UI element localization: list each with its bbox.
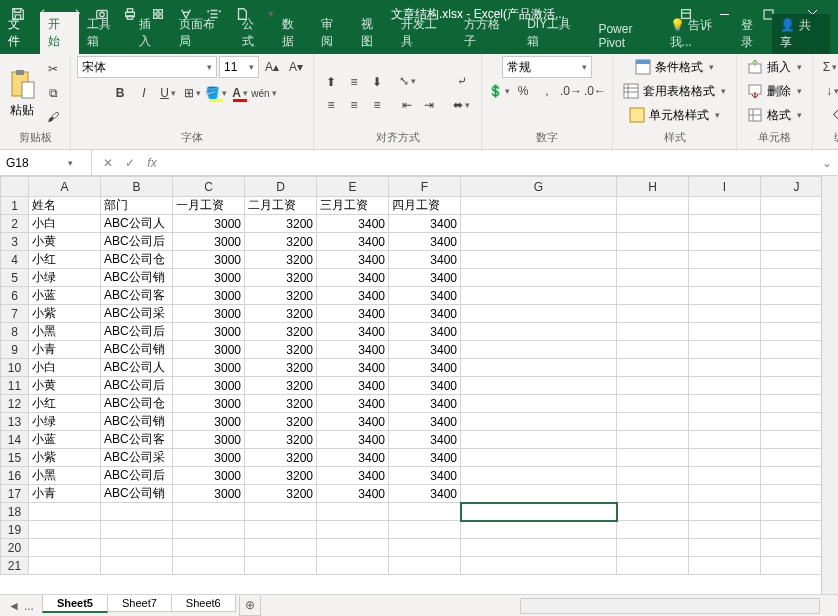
cell-E18[interactable] xyxy=(317,503,389,521)
row-header-18[interactable]: 18 xyxy=(1,503,29,521)
cell-A2[interactable]: 小白 xyxy=(29,215,101,233)
row-header-21[interactable]: 21 xyxy=(1,557,29,575)
column-header-D[interactable]: D xyxy=(245,177,317,197)
cell-G6[interactable] xyxy=(461,287,617,305)
cell-H20[interactable] xyxy=(617,539,689,557)
cell-E20[interactable] xyxy=(317,539,389,557)
cell-G14[interactable] xyxy=(461,431,617,449)
cell-E12[interactable]: 3400 xyxy=(317,395,389,413)
align-left-button[interactable]: ≡ xyxy=(320,94,342,116)
cell-I8[interactable] xyxy=(689,323,761,341)
cell-H4[interactable] xyxy=(617,251,689,269)
cell-F9[interactable]: 3400 xyxy=(389,341,461,359)
cell-C19[interactable] xyxy=(173,521,245,539)
align-right-button[interactable]: ≡ xyxy=(366,94,388,116)
sheet-nav-more[interactable]: ... xyxy=(24,599,34,613)
cell-G17[interactable] xyxy=(461,485,617,503)
cell-C9[interactable]: 3000 xyxy=(173,341,245,359)
login-button[interactable]: 登录 xyxy=(741,17,765,51)
cell-G7[interactable] xyxy=(461,305,617,323)
cell-C5[interactable]: 3000 xyxy=(173,269,245,287)
tab-diy[interactable]: DIY工具箱 xyxy=(519,12,590,54)
cell-B18[interactable] xyxy=(101,503,173,521)
cell-F11[interactable]: 3400 xyxy=(389,377,461,395)
cell-G13[interactable] xyxy=(461,413,617,431)
sheet-tab-Sheet6[interactable]: Sheet6 xyxy=(171,595,236,612)
cell-E19[interactable] xyxy=(317,521,389,539)
cell-B2[interactable]: ABC公司人 xyxy=(101,215,173,233)
sheet-tab-Sheet7[interactable]: Sheet7 xyxy=(107,595,172,612)
cell-G11[interactable] xyxy=(461,377,617,395)
cell-B16[interactable]: ABC公司后 xyxy=(101,467,173,485)
cell-D6[interactable]: 3200 xyxy=(245,287,317,305)
cell-B1[interactable]: 部门 xyxy=(101,197,173,215)
accept-formula-button[interactable]: ✓ xyxy=(120,153,140,173)
cell-B15[interactable]: ABC公司采 xyxy=(101,449,173,467)
fx-button[interactable]: fx xyxy=(142,153,162,173)
cell-G4[interactable] xyxy=(461,251,617,269)
tab-insert[interactable]: 插入 xyxy=(131,12,171,54)
row-header-4[interactable]: 4 xyxy=(1,251,29,269)
cell-A19[interactable] xyxy=(29,521,101,539)
cell-F17[interactable]: 3400 xyxy=(389,485,461,503)
cell-H15[interactable] xyxy=(617,449,689,467)
cell-I20[interactable] xyxy=(689,539,761,557)
name-box-input[interactable] xyxy=(6,156,66,170)
cell-C10[interactable]: 3000 xyxy=(173,359,245,377)
grid[interactable]: ABCDEFGHIJ1姓名部门一月工资二月工资三月工资四月工资2小白ABC公司人… xyxy=(0,176,833,575)
cell-D13[interactable]: 3200 xyxy=(245,413,317,431)
cell-D20[interactable] xyxy=(245,539,317,557)
cell-G12[interactable] xyxy=(461,395,617,413)
cell-E10[interactable]: 3400 xyxy=(317,359,389,377)
cell-I16[interactable] xyxy=(689,467,761,485)
cell-A1[interactable]: 姓名 xyxy=(29,197,101,215)
font-size-combo[interactable]: 11▾ xyxy=(219,56,259,78)
cell-F2[interactable]: 3400 xyxy=(389,215,461,233)
cell-E1[interactable]: 三月工资 xyxy=(317,197,389,215)
cell-E16[interactable]: 3400 xyxy=(317,467,389,485)
tab-pivot[interactable]: Power Pivot xyxy=(590,18,669,54)
formula-input[interactable] xyxy=(168,156,816,170)
expand-formula-bar-button[interactable]: ⌄ xyxy=(816,156,838,170)
cell-A9[interactable]: 小青 xyxy=(29,341,101,359)
cell-F12[interactable]: 3400 xyxy=(389,395,461,413)
cell-F14[interactable]: 3400 xyxy=(389,431,461,449)
column-header-F[interactable]: F xyxy=(389,177,461,197)
cell-C3[interactable]: 3000 xyxy=(173,233,245,251)
cell-I6[interactable] xyxy=(689,287,761,305)
column-header-B[interactable]: B xyxy=(101,177,173,197)
cell-G5[interactable] xyxy=(461,269,617,287)
column-header-G[interactable]: G xyxy=(461,177,617,197)
cell-H11[interactable] xyxy=(617,377,689,395)
cell-B20[interactable] xyxy=(101,539,173,557)
cell-F5[interactable]: 3400 xyxy=(389,269,461,287)
cell-D10[interactable]: 3200 xyxy=(245,359,317,377)
cell-F18[interactable] xyxy=(389,503,461,521)
cell-G2[interactable] xyxy=(461,215,617,233)
cell-B17[interactable]: ABC公司销 xyxy=(101,485,173,503)
cell-E11[interactable]: 3400 xyxy=(317,377,389,395)
cell-A8[interactable]: 小黑 xyxy=(29,323,101,341)
cell-G16[interactable] xyxy=(461,467,617,485)
row-header-20[interactable]: 20 xyxy=(1,539,29,557)
cell-C1[interactable]: 一月工资 xyxy=(173,197,245,215)
add-sheet-button[interactable]: ⊕ xyxy=(239,596,261,616)
align-center-button[interactable]: ≡ xyxy=(343,94,365,116)
format-cells-button[interactable]: 格式▾ xyxy=(743,104,806,126)
tab-layout[interactable]: 页面布局 xyxy=(171,12,234,54)
cell-D7[interactable]: 3200 xyxy=(245,305,317,323)
cell-I15[interactable] xyxy=(689,449,761,467)
cell-C2[interactable]: 3000 xyxy=(173,215,245,233)
row-header-5[interactable]: 5 xyxy=(1,269,29,287)
underline-button[interactable]: U▾ xyxy=(157,82,179,104)
cell-C8[interactable]: 3000 xyxy=(173,323,245,341)
cell-B12[interactable]: ABC公司仓 xyxy=(101,395,173,413)
cell-E5[interactable]: 3400 xyxy=(317,269,389,287)
insert-cells-button[interactable]: 插入▾ xyxy=(743,56,806,78)
cell-C17[interactable]: 3000 xyxy=(173,485,245,503)
cell-D15[interactable]: 3200 xyxy=(245,449,317,467)
row-header-12[interactable]: 12 xyxy=(1,395,29,413)
indent-decrease-button[interactable]: ⇤ xyxy=(396,94,418,116)
cell-H2[interactable] xyxy=(617,215,689,233)
cell-A18[interactable] xyxy=(29,503,101,521)
